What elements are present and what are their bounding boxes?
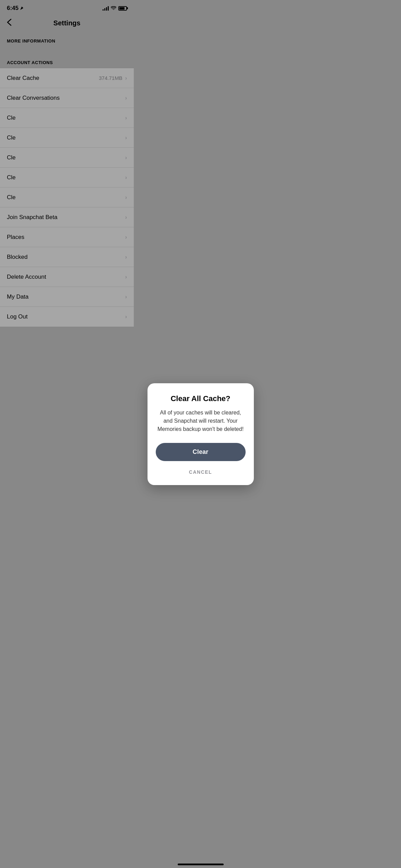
modal-overlay: Clear All Cache? All of your caches will… [0,0,134,327]
